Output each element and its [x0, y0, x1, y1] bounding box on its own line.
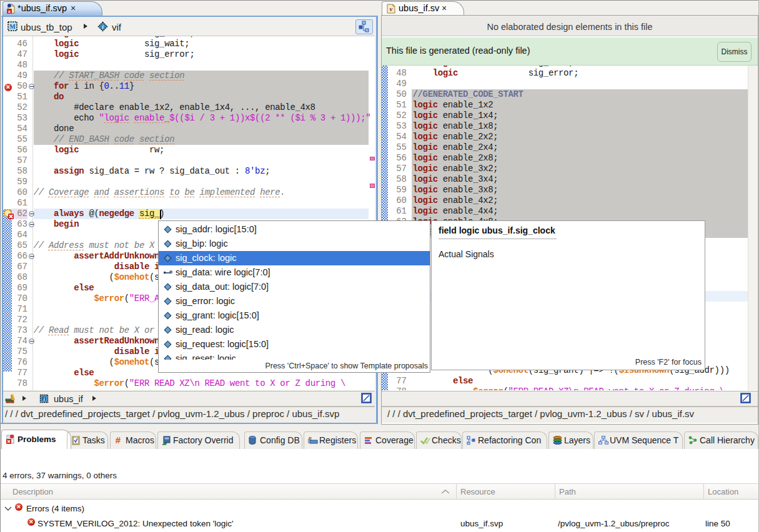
svg-text:#: # [116, 435, 121, 445]
svg-text:M: M [9, 23, 16, 30]
svg-text:v: v [390, 6, 393, 12]
svg-text:x: x [8, 9, 11, 14]
